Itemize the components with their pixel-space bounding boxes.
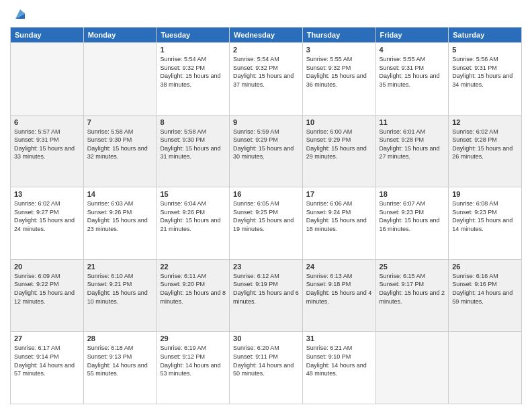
day-number: 28 (87, 334, 153, 342)
calendar-cell: 13Sunrise: 6:02 AM Sunset: 9:27 PM Dayli… (11, 187, 84, 260)
day-info: Sunrise: 5:54 AM Sunset: 9:32 PM Dayligh… (233, 55, 299, 89)
day-number: 26 (452, 263, 518, 271)
calendar-cell: 4Sunrise: 5:55 AM Sunset: 9:31 PM Daylig… (375, 43, 449, 116)
day-number: 1 (160, 46, 226, 54)
day-number: 6 (14, 118, 80, 126)
calendar-cell: 9Sunrise: 5:59 AM Sunset: 9:29 PM Daylig… (230, 115, 303, 187)
day-header-thursday: Thursday (302, 28, 375, 43)
calendar-cell (83, 43, 157, 116)
day-number: 5 (452, 46, 518, 54)
day-header-sunday: Sunday (11, 28, 84, 43)
calendar-cell: 24Sunrise: 6:13 AM Sunset: 9:18 PM Dayli… (302, 259, 375, 332)
day-info: Sunrise: 6:01 AM Sunset: 9:28 PM Dayligh… (380, 128, 445, 161)
day-info: Sunrise: 6:17 AM Sunset: 9:14 PM Dayligh… (14, 344, 80, 377)
day-number: 14 (87, 190, 153, 198)
calendar-cell (11, 43, 84, 116)
day-info: Sunrise: 6:08 AM Sunset: 9:23 PM Dayligh… (452, 199, 518, 233)
calendar-week-5: 27Sunrise: 6:17 AM Sunset: 9:14 PM Dayli… (11, 332, 522, 404)
calendar-cell: 2Sunrise: 5:54 AM Sunset: 9:32 PM Daylig… (230, 43, 303, 116)
calendar-cell: 10Sunrise: 6:00 AM Sunset: 9:29 PM Dayli… (302, 115, 375, 187)
calendar-table: SundayMondayTuesdayWednesdayThursdayFrid… (10, 27, 522, 404)
day-number: 3 (306, 46, 372, 54)
calendar-cell: 27Sunrise: 6:17 AM Sunset: 9:14 PM Dayli… (11, 332, 84, 404)
calendar-cell: 1Sunrise: 5:54 AM Sunset: 9:32 PM Daylig… (157, 43, 230, 116)
day-info: Sunrise: 6:03 AM Sunset: 9:26 PM Dayligh… (87, 199, 153, 233)
day-number: 17 (306, 190, 372, 198)
day-info: Sunrise: 6:05 AM Sunset: 9:25 PM Dayligh… (233, 199, 299, 233)
day-number: 8 (160, 118, 226, 126)
calendar-cell: 30Sunrise: 6:20 AM Sunset: 9:11 PM Dayli… (230, 332, 303, 404)
calendar-cell: 25Sunrise: 6:15 AM Sunset: 9:17 PM Dayli… (375, 259, 449, 332)
day-info: Sunrise: 6:10 AM Sunset: 9:21 PM Dayligh… (87, 272, 153, 306)
header (10, 7, 522, 21)
day-info: Sunrise: 5:57 AM Sunset: 9:31 PM Dayligh… (14, 128, 80, 161)
calendar-cell: 11Sunrise: 6:01 AM Sunset: 9:28 PM Dayli… (375, 115, 449, 187)
day-info: Sunrise: 6:06 AM Sunset: 9:24 PM Dayligh… (306, 199, 372, 233)
day-number: 4 (380, 46, 445, 54)
day-number: 19 (452, 190, 518, 198)
day-info: Sunrise: 5:55 AM Sunset: 9:31 PM Dayligh… (380, 55, 445, 89)
day-info: Sunrise: 5:56 AM Sunset: 9:31 PM Dayligh… (452, 55, 518, 89)
calendar-cell: 12Sunrise: 6:02 AM Sunset: 9:28 PM Dayli… (449, 115, 522, 187)
calendar-cell: 3Sunrise: 5:55 AM Sunset: 9:32 PM Daylig… (302, 43, 375, 116)
calendar-cell: 6Sunrise: 5:57 AM Sunset: 9:31 PM Daylig… (11, 115, 84, 187)
day-number: 30 (233, 334, 299, 342)
day-info: Sunrise: 6:19 AM Sunset: 9:12 PM Dayligh… (160, 344, 226, 377)
day-number: 20 (14, 263, 80, 271)
day-header-saturday: Saturday (449, 28, 522, 43)
day-info: Sunrise: 6:12 AM Sunset: 9:19 PM Dayligh… (233, 272, 299, 306)
day-info: Sunrise: 5:55 AM Sunset: 9:32 PM Dayligh… (306, 55, 372, 89)
calendar-cell: 31Sunrise: 6:21 AM Sunset: 9:10 PM Dayli… (302, 332, 375, 404)
calendar-cell: 17Sunrise: 6:06 AM Sunset: 9:24 PM Dayli… (302, 187, 375, 260)
day-number: 9 (233, 118, 299, 126)
day-number: 11 (380, 118, 445, 126)
day-number: 18 (380, 190, 445, 198)
day-info: Sunrise: 5:58 AM Sunset: 9:30 PM Dayligh… (87, 128, 153, 161)
day-number: 2 (233, 46, 299, 54)
calendar-week-2: 6Sunrise: 5:57 AM Sunset: 9:31 PM Daylig… (11, 115, 522, 187)
day-info: Sunrise: 6:02 AM Sunset: 9:28 PM Dayligh… (452, 128, 518, 161)
day-info: Sunrise: 5:54 AM Sunset: 9:32 PM Dayligh… (160, 55, 226, 89)
calendar-cell: 18Sunrise: 6:07 AM Sunset: 9:23 PM Dayli… (375, 187, 449, 260)
calendar-cell: 14Sunrise: 6:03 AM Sunset: 9:26 PM Dayli… (83, 187, 157, 260)
day-header-wednesday: Wednesday (230, 28, 303, 43)
day-number: 12 (452, 118, 518, 126)
calendar-cell: 7Sunrise: 5:58 AM Sunset: 9:30 PM Daylig… (83, 115, 157, 187)
day-header-tuesday: Tuesday (157, 28, 230, 43)
calendar-cell: 23Sunrise: 6:12 AM Sunset: 9:19 PM Dayli… (230, 259, 303, 332)
day-info: Sunrise: 6:13 AM Sunset: 9:18 PM Dayligh… (306, 272, 372, 306)
day-info: Sunrise: 6:21 AM Sunset: 9:10 PM Dayligh… (306, 344, 372, 377)
calendar-cell: 28Sunrise: 6:18 AM Sunset: 9:13 PM Dayli… (83, 332, 157, 404)
day-info: Sunrise: 5:58 AM Sunset: 9:30 PM Dayligh… (160, 128, 226, 161)
day-number: 21 (87, 263, 153, 271)
day-number: 15 (160, 190, 226, 198)
calendar-cell: 21Sunrise: 6:10 AM Sunset: 9:21 PM Dayli… (83, 259, 157, 332)
calendar-cell: 26Sunrise: 6:16 AM Sunset: 9:16 PM Dayli… (449, 259, 522, 332)
calendar-cell: 15Sunrise: 6:04 AM Sunset: 9:26 PM Dayli… (157, 187, 230, 260)
day-header-friday: Friday (375, 28, 449, 43)
day-number: 22 (160, 263, 226, 271)
calendar-cell: 22Sunrise: 6:11 AM Sunset: 9:20 PM Dayli… (157, 259, 230, 332)
day-number: 25 (380, 263, 445, 271)
calendar-cell: 19Sunrise: 6:08 AM Sunset: 9:23 PM Dayli… (449, 187, 522, 260)
day-info: Sunrise: 6:16 AM Sunset: 9:16 PM Dayligh… (452, 272, 518, 306)
logo-icon (13, 7, 28, 21)
day-number: 10 (306, 118, 372, 126)
day-info: Sunrise: 6:04 AM Sunset: 9:26 PM Dayligh… (160, 199, 226, 233)
day-info: Sunrise: 6:02 AM Sunset: 9:27 PM Dayligh… (14, 199, 80, 233)
day-header-monday: Monday (83, 28, 157, 43)
day-number: 13 (14, 190, 80, 198)
calendar-cell: 8Sunrise: 5:58 AM Sunset: 9:30 PM Daylig… (157, 115, 230, 187)
calendar-week-1: 1Sunrise: 5:54 AM Sunset: 9:32 PM Daylig… (11, 43, 522, 116)
calendar-cell (449, 332, 522, 404)
calendar-header-row: SundayMondayTuesdayWednesdayThursdayFrid… (11, 28, 522, 43)
calendar-cell: 16Sunrise: 6:05 AM Sunset: 9:25 PM Dayli… (230, 187, 303, 260)
day-info: Sunrise: 6:09 AM Sunset: 9:22 PM Dayligh… (14, 272, 80, 306)
day-info: Sunrise: 6:15 AM Sunset: 9:17 PM Dayligh… (380, 272, 445, 306)
calendar-week-3: 13Sunrise: 6:02 AM Sunset: 9:27 PM Dayli… (11, 187, 522, 260)
day-info: Sunrise: 6:20 AM Sunset: 9:11 PM Dayligh… (233, 344, 299, 377)
day-info: Sunrise: 6:11 AM Sunset: 9:20 PM Dayligh… (160, 272, 226, 306)
day-info: Sunrise: 6:18 AM Sunset: 9:13 PM Dayligh… (87, 344, 153, 377)
calendar-cell: 5Sunrise: 5:56 AM Sunset: 9:31 PM Daylig… (449, 43, 522, 116)
calendar-week-4: 20Sunrise: 6:09 AM Sunset: 9:22 PM Dayli… (11, 259, 522, 332)
